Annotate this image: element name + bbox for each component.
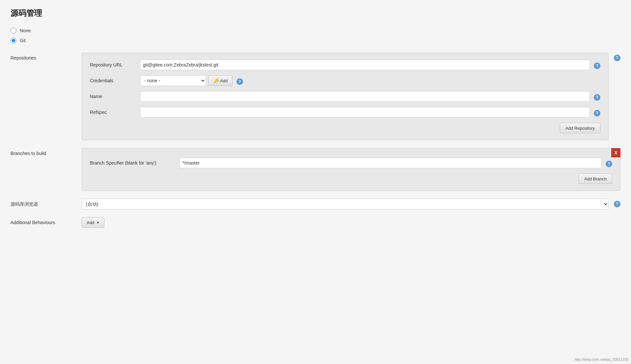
additional-behaviours-controls: Add ▼ xyxy=(82,217,104,228)
add-credentials-label: Add xyxy=(220,78,228,83)
repositories-section: Repositories Repository URL ? Credential… xyxy=(11,53,620,140)
bottom-url: http://blog.csdn.net/qq_20011150 xyxy=(575,357,628,361)
repository-url-help-icon[interactable]: ? xyxy=(594,63,600,69)
scm-radio-group: None Git xyxy=(11,28,620,43)
radio-none-label: None xyxy=(20,28,31,33)
repositories-section-help-icon[interactable]: ? xyxy=(614,55,620,61)
add-repository-row: Add Repository xyxy=(90,123,600,133)
name-label: Name xyxy=(90,94,136,99)
radio-none[interactable]: None xyxy=(11,28,620,34)
branches-label: Branches to build xyxy=(11,148,76,156)
source-browser-controls: (自动) xyxy=(82,199,609,209)
name-help-icon[interactable]: ? xyxy=(594,94,600,101)
branch-specifier-label: Branch Specifier (blank for 'any') xyxy=(90,160,176,166)
radio-git-label: Git xyxy=(20,38,26,43)
branches-section: Branches to build X Branch Specifier (bl… xyxy=(11,148,620,191)
dropdown-arrow-icon: ▼ xyxy=(96,221,99,224)
credentials-help-icon[interactable]: ? xyxy=(236,78,243,85)
radio-git[interactable]: Git xyxy=(11,38,620,43)
credentials-label: Credentials xyxy=(90,78,136,83)
delete-branch-button[interactable]: X xyxy=(611,148,620,157)
repositories-content: Repository URL ? Credentials - none - 🔑 … xyxy=(82,53,609,140)
add-branch-button[interactable]: Add Branch xyxy=(579,173,612,184)
refspec-help-icon[interactable]: ? xyxy=(594,110,600,117)
add-behaviours-label: Add xyxy=(87,220,94,225)
radio-git-input[interactable] xyxy=(11,38,16,43)
repositories-label: Repositories xyxy=(11,53,76,61)
source-browser-label: 源码库浏览器 xyxy=(11,199,76,207)
additional-behaviours-section: Additional Behaviours Add ▼ xyxy=(11,217,620,228)
credentials-row: Credentials - none - 🔑 Add ? xyxy=(90,75,600,86)
name-input[interactable] xyxy=(140,91,590,102)
credentials-select[interactable]: - none - xyxy=(140,75,206,86)
source-browser-help-icon[interactable]: ? xyxy=(614,201,620,207)
repository-url-input[interactable] xyxy=(140,60,590,70)
additional-behaviours-label: Additional Behaviours xyxy=(11,217,76,225)
repository-url-row: Repository URL ? xyxy=(90,60,600,70)
branch-specifier-row: Branch Specifier (blank for 'any') ? xyxy=(90,158,612,168)
credentials-controls: - none - 🔑 Add xyxy=(140,75,233,86)
branches-content: X Branch Specifier (blank for 'any') ? A… xyxy=(82,148,620,191)
branch-specifier-help-icon[interactable]: ? xyxy=(606,161,612,167)
add-credentials-button[interactable]: 🔑 Add xyxy=(208,75,233,86)
add-branch-row: Add Branch xyxy=(90,173,612,184)
add-repository-button[interactable]: Add Repository xyxy=(560,123,600,133)
add-behaviours-button[interactable]: Add ▼ xyxy=(82,217,104,228)
source-browser-select[interactable]: (自动) xyxy=(82,199,609,209)
radio-none-input[interactable] xyxy=(11,28,16,34)
repository-url-label: Repository URL xyxy=(90,62,136,67)
branch-specifier-input[interactable] xyxy=(179,158,602,168)
refspec-input[interactable] xyxy=(140,107,590,117)
name-row: Name ? xyxy=(90,91,600,102)
refspec-row: Refspec ? xyxy=(90,107,600,117)
key-icon: 🔑 xyxy=(213,78,219,83)
page-title: 源码管理 xyxy=(11,8,620,18)
source-browser-section: 源码库浏览器 (自动) ? xyxy=(11,199,620,209)
refspec-label: Refspec xyxy=(90,110,136,115)
